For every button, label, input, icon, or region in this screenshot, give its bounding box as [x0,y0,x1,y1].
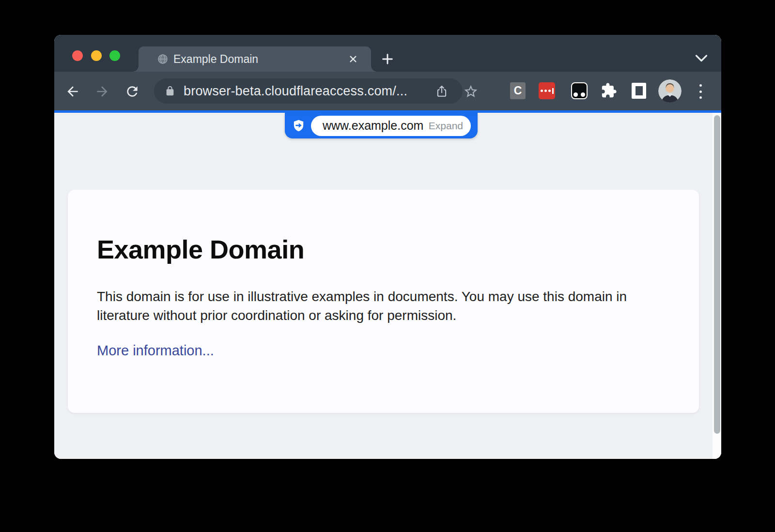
share-icon[interactable] [435,85,448,98]
more-information-link[interactable]: More information... [97,343,214,359]
extensions-puzzle-icon[interactable] [601,82,617,99]
side-panel-icon[interactable] [632,83,646,99]
isolated-url-field[interactable]: www.example.com Expand [311,116,471,136]
tab-example-domain[interactable]: Example Domain [139,46,371,72]
page-title: Example Domain [97,234,304,264]
isolated-domain-text: www.example.com [323,119,429,133]
url-text: browser-beta.cloudflareaccess.com/... [184,84,407,99]
page-body-text: This domain is for use in illustrative e… [97,287,654,325]
lock-icon[interactable] [165,85,175,97]
tab-close-icon[interactable] [347,53,359,65]
toolbar: browser-beta.cloudflareaccess.com/... C [54,72,721,110]
scrollbar-track[interactable] [713,113,721,459]
macos-minimize-button[interactable] [91,50,102,61]
forward-arrow-icon[interactable] [94,84,110,99]
macos-close-button[interactable] [72,50,83,61]
macos-zoom-button[interactable] [109,50,120,61]
three-dot-menu-icon[interactable] [695,83,706,100]
lastpass-extension-icon[interactable] [539,82,555,99]
tab-search-chevron-icon[interactable] [693,52,710,66]
glasses-extension-icon[interactable] [571,82,588,99]
back-arrow-icon[interactable] [65,84,80,99]
url-bar[interactable]: browser-beta.cloudflareaccess.com/... [154,78,463,104]
example-domain-card: Example Domain This domain is for use in… [68,190,699,413]
profile-avatar[interactable] [658,79,682,103]
page-viewport: www.example.com Expand Example Domain Th… [54,113,721,459]
scrollbar-thumb[interactable] [714,115,720,434]
reload-icon[interactable] [124,84,140,99]
tab-strip: Example Domain [54,35,721,72]
browser-window: Example Domain [54,35,721,459]
c-extension-icon[interactable]: C [510,82,526,99]
shield-arrow-icon [292,119,305,132]
tab-title: Example Domain [173,46,258,72]
globe-icon [157,53,169,65]
isolation-domain-pill[interactable]: www.example.com Expand [285,113,478,138]
new-tab-button[interactable] [380,51,395,67]
bookmark-star-icon[interactable] [463,84,479,99]
expand-button[interactable]: Expand [429,120,463,132]
